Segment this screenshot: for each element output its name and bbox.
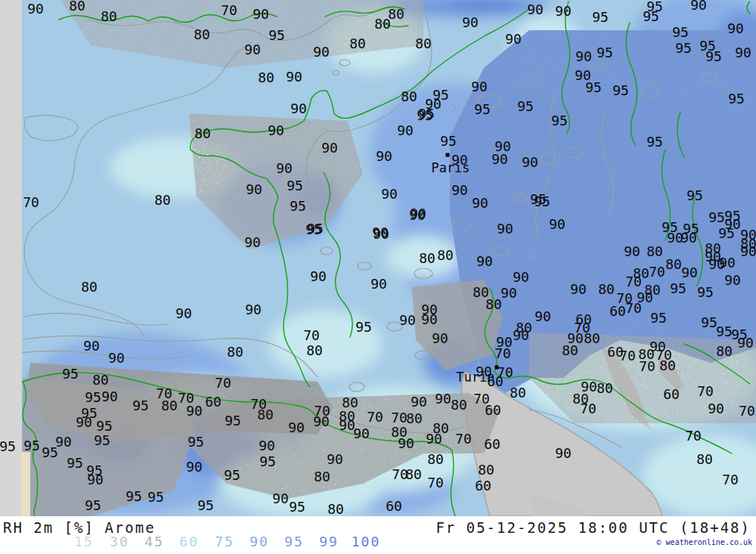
legend-value-45: 45 [144, 535, 164, 549]
legend-value-60: 60 [179, 535, 199, 549]
weather-map-page: 9080807090809590809090808080808090909080… [0, 0, 756, 554]
legend-value-99: 99 [319, 535, 339, 549]
map-footer: RH 2m [%] Arome Fr 05-12-2025 18:00 UTC … [0, 516, 756, 554]
map-graphics [0, 0, 756, 516]
valid-datetime: Fr 05-12-2025 18:00 UTC (18+48) [435, 519, 751, 536]
legend-value-15: 15 [74, 535, 94, 549]
legend-value-75: 75 [215, 535, 234, 549]
legend-value-100: 100 [352, 535, 381, 549]
legend-value-95: 95 [284, 535, 304, 549]
map-canvas: 9080807090809590809090808080808090909080… [0, 0, 756, 516]
legend-value-30: 30 [110, 535, 129, 549]
color-scale-legend: 1530456075909599100 [0, 535, 423, 552]
legend-value-90: 90 [249, 535, 269, 549]
copyright-notice: © weatheronline.co.uk [657, 538, 752, 546]
